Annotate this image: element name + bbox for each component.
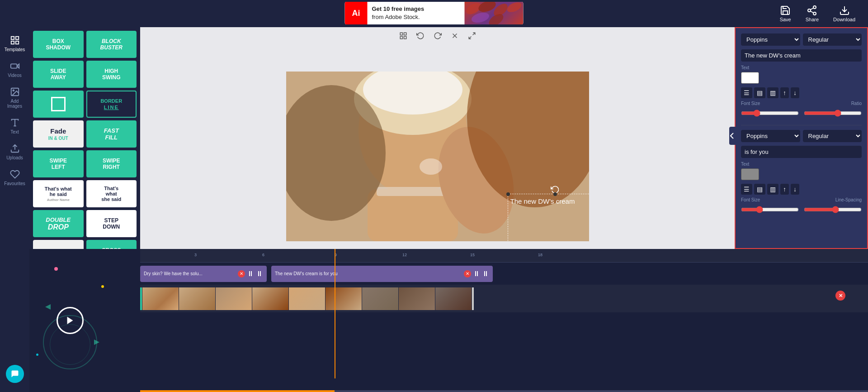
template-swipe-left[interactable]: SWIPELEFT bbox=[33, 150, 84, 177]
template-step-down[interactable]: STEPDOWN bbox=[86, 210, 137, 237]
audio-clip-1-stop[interactable]: ⏸ bbox=[256, 270, 263, 278]
audio-clip-1-pause[interactable]: ⏸ bbox=[247, 270, 254, 278]
template-cross-talk[interactable]: CROSSTALK bbox=[86, 240, 137, 249]
template-fast-fill[interactable]: FASTFILL bbox=[86, 120, 137, 148]
template-thats-what-he-said[interactable]: That's whathe said Author Name bbox=[33, 180, 84, 207]
align-top-btn-2[interactable]: ↑ bbox=[780, 184, 789, 195]
font-size-label-1: Font Size bbox=[741, 101, 760, 106]
video-canvas[interactable]: The new DW's cream is for you bbox=[286, 72, 589, 241]
template-thats-what-she-said[interactable]: That'swhatshe said bbox=[86, 180, 137, 207]
text-content-input-1[interactable] bbox=[741, 49, 862, 62]
close-button[interactable] bbox=[449, 30, 461, 43]
template-high-swing[interactable]: HIGHSWING bbox=[86, 61, 137, 88]
align-right-btn-2[interactable]: ▥ bbox=[767, 184, 778, 195]
video-thumb-7 bbox=[362, 287, 398, 310]
canvas-text-line1: The new DW's cream bbox=[510, 196, 589, 206]
font-style-select-2[interactable]: Regular Bold Italic bbox=[803, 130, 862, 142]
svg-point-19 bbox=[13, 90, 14, 91]
svg-rect-25 bbox=[404, 36, 406, 38]
text-color-box-1[interactable] bbox=[741, 72, 759, 84]
undo-button[interactable] bbox=[415, 30, 426, 43]
sidebar-item-text[interactable]: Text bbox=[1, 114, 28, 138]
audio-clip-1[interactable]: Dry skin? We have the solu... ✕ ⏸ ⏸ bbox=[140, 266, 267, 282]
canvas-area: The new DW's cream is for you bbox=[140, 45, 735, 249]
text-content-input-2[interactable] bbox=[741, 146, 862, 158]
play-button[interactable] bbox=[57, 307, 84, 334]
line-spacing-label: Line-Spacing bbox=[835, 197, 862, 202]
audio-clip-2-remove[interactable]: ✕ bbox=[464, 270, 471, 277]
audio-clip-1-label: Dry skin? We have the solu... bbox=[144, 271, 236, 276]
align-left-btn-1[interactable]: ☰ bbox=[741, 87, 752, 98]
resize-handle-tl[interactable] bbox=[506, 192, 510, 196]
audio-clip-1-remove[interactable]: ✕ bbox=[238, 270, 245, 277]
font-size-slider-2[interactable] bbox=[741, 206, 799, 213]
download-button[interactable]: Download bbox=[830, 3, 859, 24]
font-family-select-2[interactable]: Poppins Arial Georgia bbox=[741, 130, 800, 142]
svg-line-30 bbox=[469, 36, 471, 38]
font-size-slider-1[interactable] bbox=[741, 110, 799, 117]
canvas-toolbar bbox=[140, 27, 735, 45]
align-left-btn-2[interactable]: ☰ bbox=[741, 184, 752, 195]
align-bottom-btn-2[interactable]: ↓ bbox=[791, 184, 799, 195]
template-fade-in-out[interactable]: Fade IN & OUT bbox=[33, 120, 84, 148]
align-center-btn-1[interactable]: ▤ bbox=[754, 87, 765, 98]
font-family-select-1[interactable]: Poppins Arial Georgia bbox=[741, 33, 800, 46]
slider-row-2 bbox=[741, 206, 862, 215]
share-button[interactable]: Share bbox=[802, 3, 822, 24]
ruler-mark-15: 15 bbox=[470, 253, 475, 257]
ratio-slider-1[interactable] bbox=[804, 110, 862, 117]
template-box-shadow[interactable]: BOXSHADOW bbox=[33, 31, 84, 58]
font-style-select-1[interactable]: Regular Bold Italic bbox=[803, 33, 862, 46]
align-bottom-btn-1[interactable]: ↓ bbox=[791, 87, 799, 98]
video-thumb-9 bbox=[435, 287, 472, 310]
grid-view-button[interactable] bbox=[397, 30, 409, 43]
audio-clip-2-stop[interactable]: ⏸ bbox=[482, 270, 489, 278]
sidebar-item-uploads[interactable]: Uploads bbox=[1, 140, 28, 164]
text-label-1: Text bbox=[741, 65, 862, 70]
save-button[interactable]: Save bbox=[776, 3, 795, 24]
deco-triangle-left bbox=[45, 303, 51, 311]
video-thumb-5 bbox=[289, 287, 325, 310]
video-thumb-1 bbox=[142, 287, 179, 310]
sidebar-item-favourites[interactable]: Favourites bbox=[1, 166, 28, 190]
align-right-btn-1[interactable]: ▥ bbox=[767, 87, 778, 98]
template-color-block[interactable] bbox=[33, 91, 84, 118]
text-selection-box[interactable]: The new DW's cream is for you bbox=[508, 194, 589, 241]
video-remove-btn[interactable]: ✕ bbox=[835, 291, 845, 301]
sidebar-item-add-images[interactable]: Add Images bbox=[1, 83, 28, 112]
topbar-actions: Save Share Download bbox=[776, 3, 868, 24]
sidebar-add-images-label: Add Images bbox=[3, 99, 27, 109]
expand-button[interactable] bbox=[466, 30, 478, 43]
playhead bbox=[335, 249, 335, 378]
sidebar-favourites-label: Favourites bbox=[4, 181, 25, 186]
svg-rect-13 bbox=[15, 37, 18, 39]
chat-button[interactable] bbox=[6, 365, 24, 383]
line-spacing-slider[interactable] bbox=[804, 206, 862, 213]
right-panel-collapse-handle[interactable] bbox=[729, 127, 736, 145]
resize-handle-tm[interactable] bbox=[553, 192, 557, 196]
audio-clip-2[interactable]: The new DW's cream is for you ✕ ⏸ ⏸ bbox=[271, 266, 493, 282]
timeline-progress bbox=[140, 390, 335, 392]
svg-point-6 bbox=[813, 6, 816, 9]
text-color-box-2[interactable] bbox=[741, 168, 759, 180]
sidebar-item-videos[interactable]: Videos bbox=[1, 57, 28, 81]
template-slide-away[interactable]: SLIDEAWAY bbox=[33, 61, 84, 88]
svg-rect-23 bbox=[400, 33, 402, 35]
redo-button[interactable] bbox=[432, 30, 443, 43]
align-top-btn-1[interactable]: ↑ bbox=[780, 87, 789, 98]
template-block-buster[interactable]: BLOCKBUSTER bbox=[86, 31, 137, 58]
ruler-mark-18: 18 bbox=[538, 253, 542, 257]
template-swipe-right[interactable]: SWIPERIGHT bbox=[86, 150, 137, 177]
timeline-scrollbar[interactable] bbox=[140, 390, 868, 392]
align-center-btn-2[interactable]: ▤ bbox=[754, 184, 765, 195]
template-outside-inside[interactable]: OUTSIDEINSIDE bbox=[33, 240, 84, 249]
sidebar-item-templates[interactable]: Templates bbox=[1, 32, 28, 56]
audio-clip-2-pause[interactable]: ⏸ bbox=[473, 270, 480, 278]
font-size-label-2: Font Size bbox=[741, 197, 760, 202]
template-double-drop[interactable]: DOUBLE DROP bbox=[33, 210, 84, 237]
adobe-ad-banner[interactable]: Ai Get 10 free images from Adobe Stock. bbox=[345, 2, 524, 24]
ad-text: Get 10 free images from Adobe Stock. bbox=[368, 5, 465, 21]
template-border-line[interactable]: BORDER LINE bbox=[86, 91, 137, 118]
video-thumb-2 bbox=[179, 287, 215, 310]
svg-point-8 bbox=[813, 12, 816, 15]
